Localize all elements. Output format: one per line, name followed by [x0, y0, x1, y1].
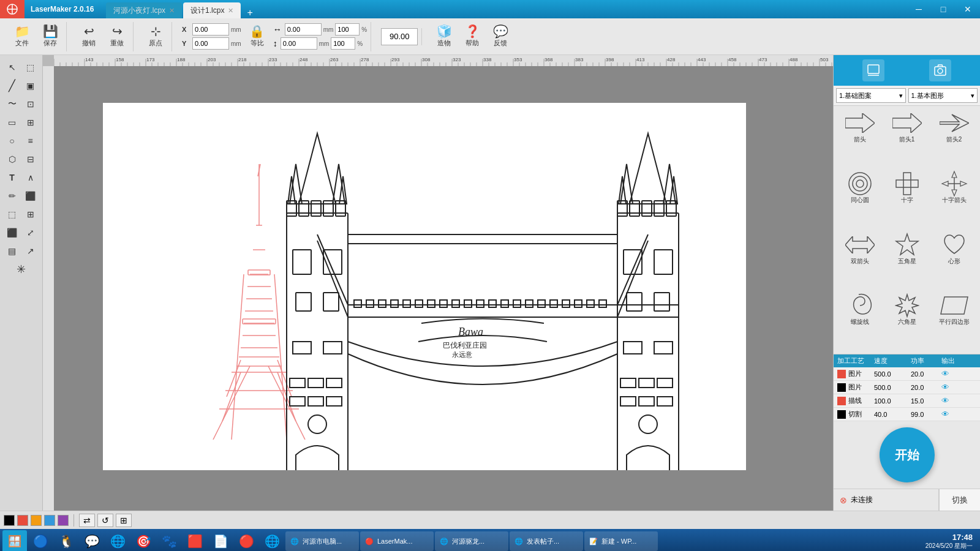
width-pct-input[interactable] — [335, 23, 360, 36]
start-menu-button[interactable]: 🪟 — [2, 530, 27, 551]
save-button[interactable]: 💾 保存 — [38, 22, 62, 51]
shape-concentric[interactable]: 同心圆 — [837, 170, 882, 228]
shape-parallelogram[interactable]: 平行四边形 — [932, 292, 976, 350]
proc-row-0[interactable]: 图片 500.0 20.0 👁 — [834, 367, 980, 381]
undo-button[interactable]: ↩ 撤销 — [77, 22, 101, 51]
copy-tool[interactable]: ▣ — [22, 77, 39, 94]
close-window-button[interactable]: ✕ — [956, 0, 980, 18]
redo-button[interactable]: ↪ 重做 — [105, 22, 129, 51]
canvas-background[interactable]: Bawa 巴伐利亚庄园 永远意 — [54, 66, 833, 511]
taskbar-running-1[interactable]: 🔴 LaserMak... — [360, 531, 434, 551]
shape-star5[interactable]: 五角星 — [884, 231, 929, 290]
origin-button[interactable]: ⊹ 原点 — [143, 22, 168, 51]
close-tab-0[interactable]: ✕ — [169, 7, 175, 15]
close-tab-1[interactable]: ✕ — [228, 7, 233, 15]
taskbar-running-2[interactable]: 🌐 河源驱龙... — [435, 531, 508, 551]
color-orange[interactable] — [31, 515, 42, 526]
minimize-button[interactable]: ─ — [907, 0, 931, 18]
shape-cross[interactable]: 十字 — [884, 170, 929, 228]
shape-arrow1[interactable]: 箭头1 — [884, 110, 929, 168]
start-button[interactable]: 开始 — [880, 427, 935, 482]
taskbar-running-3[interactable]: 🌐 发表帖子... — [510, 531, 583, 551]
flip-h-button[interactable]: ⇄ — [79, 514, 95, 527]
text-tool[interactable]: T — [4, 169, 21, 186]
fill-tool[interactable]: ⬛ — [22, 187, 39, 204]
taskbar-app-9[interactable]: 🔴 — [234, 531, 258, 551]
visibility-toggle-0[interactable]: 👁 — [941, 369, 966, 378]
grid-view-button[interactable]: ⊞ — [116, 514, 132, 527]
taskbar-app-web[interactable]: 🌐 — [105, 531, 130, 551]
canvas-white[interactable]: Bawa 巴伐利亚庄园 永远意 — [103, 103, 746, 470]
measure-tool[interactable]: ↗ — [22, 242, 39, 260]
curve-tool[interactable]: 〜 — [4, 96, 21, 113]
taskbar-running-4[interactable]: 📝 新建 - WP... — [584, 531, 658, 551]
pattern-tool[interactable]: ⊞ — [22, 206, 39, 223]
grid-tool[interactable]: ⊞ — [22, 114, 39, 131]
taskbar-app-7[interactable]: 🟥 — [183, 531, 207, 551]
taskbar-app-browser[interactable]: 🔵 — [28, 531, 53, 551]
select-tool[interactable]: ↖ — [4, 59, 21, 76]
design-view-button[interactable] — [862, 59, 884, 81]
eraser-tool[interactable]: ⬚ — [4, 206, 21, 223]
angle-input[interactable] — [381, 28, 418, 45]
rect-tool[interactable]: ▭ — [4, 114, 21, 131]
color-black[interactable] — [4, 515, 15, 526]
taskbar-app-6[interactable]: 🐾 — [157, 531, 181, 551]
proc-row-1[interactable]: 图片 500.0 20.0 👁 — [834, 381, 980, 394]
equal-button[interactable]: 🔒 等比 — [245, 22, 270, 51]
file-button[interactable]: 📁 文件 — [10, 22, 34, 51]
color-purple[interactable] — [58, 515, 69, 526]
switch-connection-button[interactable]: 切换 — [939, 489, 980, 511]
maximize-button[interactable]: □ — [931, 0, 956, 18]
box-select-tool[interactable]: ⬚ — [22, 59, 39, 76]
taskbar-app-10[interactable]: 🌐 — [260, 531, 284, 551]
creature-button[interactable]: 🧊 造物 — [432, 22, 456, 51]
category2-dropdown[interactable]: 1.基本图形 ▾ — [908, 88, 978, 103]
shape-arrow2[interactable]: 箭头2 — [932, 110, 976, 168]
camera-button[interactable] — [929, 59, 951, 81]
shape-cross-arrow[interactable]: 十字箭头 — [932, 170, 976, 228]
shape-spiral[interactable]: 螺旋线 — [837, 292, 882, 350]
feedback-button[interactable]: 💬 反馈 — [488, 22, 513, 51]
list-tool[interactable]: ≡ — [22, 132, 39, 149]
transform-tool[interactable]: ⤢ — [22, 224, 39, 241]
rotate-button[interactable]: ↺ — [97, 514, 113, 527]
taskbar-app-5[interactable]: 🎯 — [131, 531, 156, 551]
proc-row-3[interactable]: 切割 40.0 99.0 👁 — [834, 408, 980, 421]
category1-dropdown[interactable]: 1.基础图案 ▾ — [836, 88, 906, 103]
shape-heart[interactable]: 心形 — [932, 231, 976, 290]
y-input[interactable] — [192, 37, 229, 50]
node-tool[interactable]: ∧ — [22, 169, 39, 186]
add-tab-button[interactable]: + — [242, 7, 257, 18]
layer-tool[interactable]: ⬛ — [4, 224, 21, 241]
canvas-area[interactable]: // Will be drawn by JS below 14315817318… — [43, 55, 833, 511]
color-blue[interactable] — [44, 515, 55, 526]
taskbar-app-wechat[interactable]: 💬 — [80, 531, 104, 551]
shape-arrow[interactable]: 箭头 — [837, 110, 882, 168]
taskbar-running-0[interactable]: 🌐 河源市电脑... — [285, 531, 359, 551]
proc-row-2[interactable]: 描线 100.0 15.0 👁 — [834, 394, 980, 408]
tab-1[interactable]: 设计1.lcpx ✕ — [183, 2, 241, 18]
width-input[interactable] — [285, 23, 322, 36]
tab-0[interactable]: 河源小夜灯.lcpx ✕ — [106, 2, 182, 18]
shape-star6[interactable]: 六角星 — [884, 292, 929, 350]
taskbar-app-penguin[interactable]: 🐧 — [54, 531, 78, 551]
pen-tool[interactable]: ✏ — [4, 187, 21, 204]
visibility-toggle-2[interactable]: 👁 — [941, 396, 966, 405]
visibility-toggle-3[interactable]: 👁 — [941, 410, 966, 419]
visibility-toggle-1[interactable]: 👁 — [941, 383, 966, 392]
height-input[interactable] — [281, 37, 317, 50]
table-tool[interactable]: ▤ — [4, 242, 21, 260]
help-button[interactable]: ❓ 帮助 — [460, 22, 484, 51]
color-red[interactable] — [17, 515, 28, 526]
taskbar-app-8[interactable]: 📄 — [208, 531, 233, 551]
ellipse-tool[interactable]: ○ — [4, 132, 21, 149]
shape-double-arrow[interactable]: 双箭头 — [837, 231, 882, 290]
rect2-tool[interactable]: ⊡ — [22, 96, 39, 113]
x-input[interactable] — [192, 23, 229, 36]
line-tool[interactable]: ╱ — [4, 77, 21, 94]
star-tool[interactable]: ✳ — [3, 261, 40, 278]
polygon-tool[interactable]: ⬡ — [4, 151, 21, 168]
height-pct-input[interactable] — [331, 37, 355, 50]
grid2-tool[interactable]: ⊟ — [22, 151, 39, 168]
